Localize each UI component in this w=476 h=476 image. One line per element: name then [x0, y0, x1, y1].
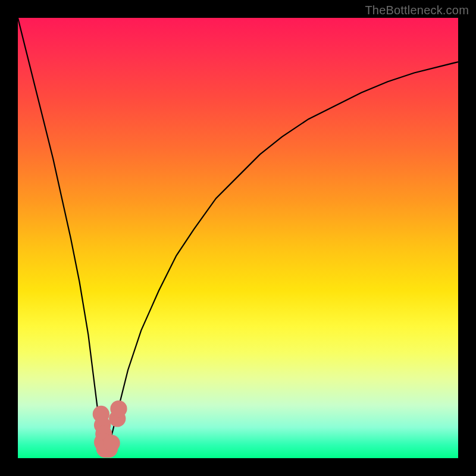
highlight-marker [103, 435, 120, 452]
highlight-markers [93, 400, 127, 458]
bottleneck-curve [18, 18, 458, 455]
highlight-marker [110, 400, 127, 417]
watermark-text: TheBottleneck.com [365, 4, 469, 17]
bottleneck-curve-svg [18, 18, 458, 458]
chart-frame: TheBottleneck.com [0, 0, 476, 476]
plot-area [18, 18, 458, 458]
